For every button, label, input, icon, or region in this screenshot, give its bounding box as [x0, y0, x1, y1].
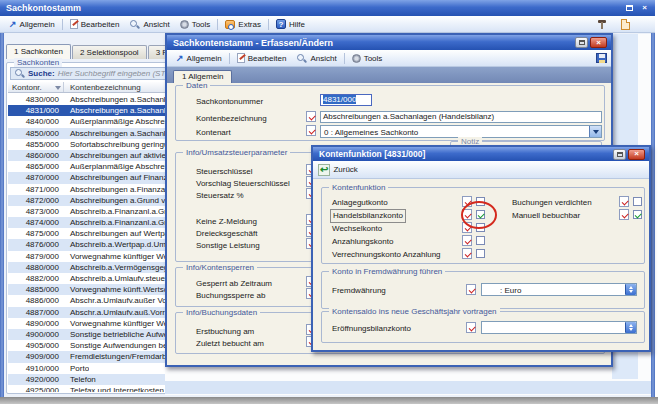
tab-sachkonten[interactable]: 1 Sachkonten: [6, 44, 71, 59]
checkmark-button[interactable]: [619, 209, 629, 220]
main-window-title: Sachkontostamm: [6, 3, 81, 13]
input-kontenbezeichnung[interactable]: Abschreibungen a.Sachanlagen (Handelsbil…: [320, 111, 602, 123]
checkbox[interactable]: [633, 210, 642, 219]
menu-allgemein[interactable]: ↗ Allgemein: [171, 51, 227, 66]
edit-tabstrip: 1 Allgemein: [167, 67, 611, 83]
function-row: Manuell bebuchbar: [512, 209, 644, 222]
cell-kontonr: 4900/000: [8, 329, 64, 340]
menu-extras[interactable]: Extras: [220, 17, 266, 32]
menu-ansicht[interactable]: Ansicht: [124, 17, 174, 32]
cell-kontonr: 4925/000: [8, 385, 64, 392]
cell-kontonr: 4850/000: [8, 128, 64, 139]
menu-separator: [229, 53, 230, 64]
menu-bearbeiten[interactable]: Bearbeiten: [232, 51, 292, 66]
new-document-button[interactable]: [616, 17, 635, 32]
menu-allgemein[interactable]: ↗ Allgemein: [4, 17, 60, 32]
kontenfunktion-window: Kontenfunktion [4831/000] × ↩ Zurück Kon…: [311, 145, 651, 352]
restore-button[interactable]: [623, 3, 636, 14]
field-label: Fremdwährung: [332, 285, 386, 297]
edit-menubar: ↗ Allgemein Bearbeiten Ansicht Tools: [167, 50, 611, 67]
function-label: Verrechnungskonto Anzahlung: [332, 249, 441, 261]
checkbox[interactable]: [476, 236, 485, 245]
group-label: Kontensaldo ins neue Geschäftsjahr vortr…: [329, 307, 500, 316]
function-label: Anzahlungskonto: [332, 236, 393, 248]
checkbox[interactable]: [476, 249, 485, 258]
checkmark-button[interactable]: [306, 125, 316, 136]
magnifier-icon: [296, 53, 307, 64]
spinner-button[interactable]: [625, 284, 636, 295]
magnifier-icon: [129, 19, 140, 30]
chevron-down-icon[interactable]: [589, 126, 601, 137]
window-border-right: [651, 16, 655, 397]
cell-kontonr: 4886/000: [8, 295, 64, 306]
fremdwaehrung-dropdown[interactable]: : Euro: [481, 283, 637, 296]
checkmark-button[interactable]: [619, 196, 629, 207]
checkmark-button[interactable]: [462, 248, 472, 259]
close-icon[interactable]: ×: [628, 149, 645, 160]
main-titlebar[interactable]: Sachkontostamm ×: [0, 0, 655, 16]
cell-kontonr: 4909/000: [8, 351, 64, 362]
eroeffnungsbilanz-row: Eröffnungsbilanzkonto: [322, 322, 644, 335]
field-label: Zuletzt bebucht am: [196, 338, 264, 349]
menu-label: Tools: [192, 20, 211, 29]
edit-titlebar[interactable]: Sachkontenstamm - Erfassen/Ändern ×: [167, 35, 611, 50]
menu-hilfe[interactable]: ? Hilfe: [271, 17, 310, 32]
spinner-button[interactable]: [625, 322, 636, 333]
red-circle-annotation: [461, 201, 497, 229]
cell-kontenbezeichnung: Porto: [64, 363, 89, 374]
cell-kontonr: 4874/000: [8, 217, 64, 228]
dropdown-value: 0 : Allgemeines Sachkonto: [324, 127, 418, 138]
cell-kontonr: 4880/000: [8, 262, 64, 273]
new-document-icon: [621, 19, 630, 30]
checkbox[interactable]: [633, 197, 642, 206]
checkmark-button[interactable]: [466, 284, 476, 295]
function-row: Verrechnungskonto Anzahlung: [322, 248, 644, 261]
checkmark-button[interactable]: [466, 322, 476, 333]
group-label: Info/Umsatzsteuerparameter: [183, 148, 290, 157]
close-icon[interactable]: ×: [638, 3, 651, 14]
field-label: Buchungssperre ab: [196, 290, 265, 301]
group-label: Kontenfunktion: [329, 183, 388, 192]
hammer-icon: [597, 19, 607, 29]
checkmark-button[interactable]: [306, 111, 316, 122]
menu-tools[interactable]: Tools: [175, 17, 216, 32]
back-button[interactable]: Zurück: [333, 165, 357, 174]
arrow-up-right-icon: ↗: [9, 19, 17, 29]
group-label: Info/Kontensperren: [183, 263, 257, 272]
checkmark-button[interactable]: [462, 235, 472, 246]
tab-selektionspool[interactable]: 2 Selektionspool: [72, 45, 147, 59]
menu-ansicht[interactable]: Ansicht: [291, 51, 341, 66]
eroeffnungsbilanz-dropdown[interactable]: [481, 321, 637, 334]
edit-window-title: Sachkontenstamm - Erfassen/Ändern: [173, 38, 333, 48]
cell-kontonr: 4870/000: [8, 172, 64, 183]
menu-tools[interactable]: Tools: [347, 51, 388, 66]
menu-label: Allgemein: [187, 54, 222, 63]
menu-bearbeiten[interactable]: Bearbeiten: [65, 17, 125, 32]
kontenfunktion-title: Kontenfunktion [4831/000]: [319, 149, 425, 159]
function-label: Anlagegutkonto: [332, 197, 388, 209]
gear-icon: [180, 20, 189, 29]
save-button[interactable]: [591, 51, 612, 66]
cell-kontonr: 4860/000: [8, 150, 64, 161]
cell-kontenbezeichnung: Telefon: [64, 374, 96, 385]
kontenfunktion-toolbar: ↩ Zurück: [313, 161, 649, 179]
restore-button[interactable]: [613, 149, 626, 160]
group-label: Info/Buchungsdaten: [183, 308, 260, 317]
save-icon: [596, 53, 607, 63]
cell-kontonr: 4905/000: [8, 340, 64, 351]
hammer-toolbar-button[interactable]: [592, 17, 612, 32]
window-bottom-shadow: [0, 397, 658, 404]
edit-page-icon: [237, 53, 245, 63]
search-icon: [14, 68, 25, 79]
cell-kontonr: 4890/000: [8, 318, 64, 329]
edit-page-icon: [70, 19, 78, 29]
col-kontonr[interactable]: Kontonr.: [8, 82, 64, 92]
field-label: Sonstige Leistung: [196, 240, 260, 251]
close-icon[interactable]: ×: [590, 37, 607, 48]
restore-button[interactable]: [575, 37, 588, 48]
input-sachkontonummer[interactable]: 4831/000: [320, 94, 372, 106]
menu-label: Bearbeiten: [81, 20, 120, 29]
field-label: Sachkontonummer: [196, 96, 263, 107]
kontenfunktion-titlebar[interactable]: Kontenfunktion [4831/000] ×: [313, 147, 649, 161]
fremdwaehrung-row: Fremdwährung : Euro: [322, 284, 644, 297]
